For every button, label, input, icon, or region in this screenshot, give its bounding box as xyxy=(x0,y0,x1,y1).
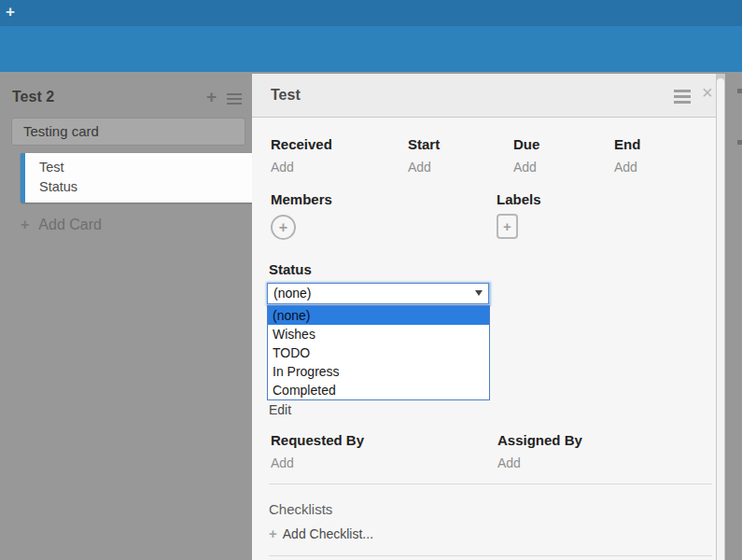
divider xyxy=(269,555,712,556)
add-card-button[interactable]: + Add Card xyxy=(21,217,102,233)
board-header-bar xyxy=(0,26,742,72)
status-option-completed[interactable]: Completed xyxy=(268,381,489,399)
members-label: Members xyxy=(271,191,332,207)
add-checklist-label: Add Checklist... xyxy=(283,526,373,541)
checklists-label: Checklists xyxy=(269,501,332,517)
card-detail-panel: Test × Received Add Start Add Due Add En… xyxy=(252,74,725,560)
start-label: Start xyxy=(408,136,440,152)
minicard-line: Status xyxy=(39,177,252,197)
add-card-label: Add Card xyxy=(38,217,102,233)
clipped-list-icon xyxy=(737,89,742,93)
add-label-button[interactable]: + xyxy=(497,214,518,239)
scrollbar[interactable] xyxy=(716,74,725,560)
add-member-button[interactable]: + xyxy=(271,215,296,240)
minicard-line: Test xyxy=(39,158,252,177)
minicard-testing-card[interactable]: Testing card xyxy=(11,118,245,146)
due-label: Due xyxy=(513,136,539,152)
divider xyxy=(269,483,712,484)
status-dropdown-list: (none) Wishes TODO In Progress Completed xyxy=(267,305,490,400)
list-title[interactable]: Test 2 xyxy=(12,89,54,105)
requested-by-label: Requested By xyxy=(271,432,364,448)
scrollbar-thumb[interactable] xyxy=(717,78,724,560)
status-edit-link[interactable]: Edit xyxy=(269,402,291,417)
requested-by-add-link[interactable]: Add xyxy=(271,455,294,470)
status-label: Status xyxy=(269,261,312,277)
end-label: End xyxy=(614,136,640,152)
status-option-in-progress[interactable]: In Progress xyxy=(268,362,489,381)
list-add-card-icon[interactable]: + xyxy=(206,87,217,107)
assigned-by-label: Assigned By xyxy=(497,432,582,448)
plus-icon: + xyxy=(21,217,29,233)
add-checklist-button[interactable]: + Add Checklist... xyxy=(269,525,373,541)
due-add-link[interactable]: Add xyxy=(513,160,537,175)
minicard-selected[interactable]: Test Status xyxy=(21,153,252,203)
clipped-list-icon xyxy=(737,140,742,145)
add-board-icon[interactable]: + xyxy=(6,3,15,21)
status-selected-value: (none) xyxy=(273,286,311,301)
close-icon[interactable]: × xyxy=(702,83,713,102)
received-add-link[interactable]: Add xyxy=(271,160,294,175)
end-add-link[interactable]: Add xyxy=(614,160,637,175)
start-add-link[interactable]: Add xyxy=(408,160,431,175)
received-label: Received xyxy=(271,136,332,152)
plus-icon: + xyxy=(269,525,277,541)
card-detail-header: Test × xyxy=(252,74,725,118)
list-menu-icon[interactable] xyxy=(227,93,242,107)
assigned-by-add-link[interactable]: Add xyxy=(497,455,521,470)
status-option-none[interactable]: (none) xyxy=(268,306,489,325)
status-option-todo[interactable]: TODO xyxy=(268,343,489,362)
card-menu-icon[interactable] xyxy=(674,90,691,106)
status-option-wishes[interactable]: Wishes xyxy=(268,325,489,343)
top-navbar: + xyxy=(0,0,742,26)
status-select[interactable]: (none) xyxy=(267,283,489,304)
labels-label: Labels xyxy=(497,191,541,207)
chevron-down-icon xyxy=(475,290,483,296)
card-title[interactable]: Test xyxy=(271,87,301,104)
